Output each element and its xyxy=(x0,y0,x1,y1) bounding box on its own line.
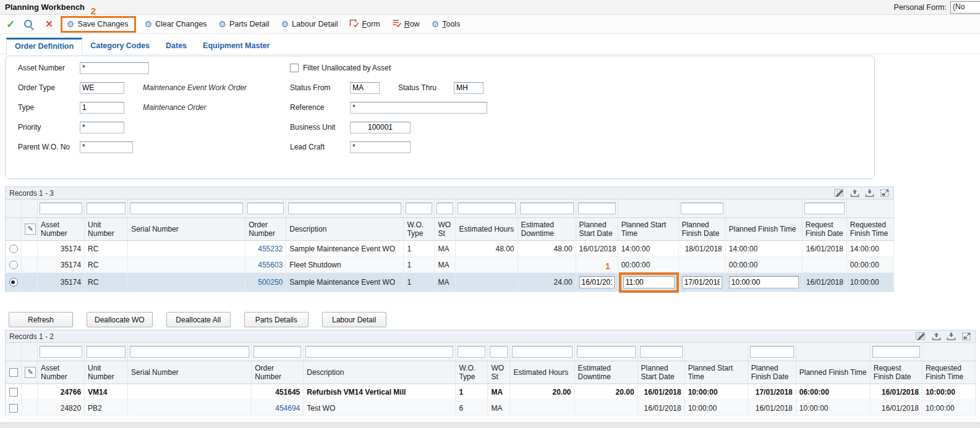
column-filter-input[interactable] xyxy=(437,203,453,214)
column-header[interactable]: Planned Finish Time xyxy=(725,218,802,241)
lead-craft-field[interactable] xyxy=(350,141,411,153)
column-header[interactable]: Request Finish Date xyxy=(870,361,922,384)
column-header[interactable]: Planned Start Time xyxy=(684,361,748,384)
row-menu-button[interactable]: Row xyxy=(392,19,420,30)
column-header[interactable]: W.O. Type xyxy=(404,218,435,241)
refresh-button[interactable]: Refresh xyxy=(9,312,73,327)
expand-grid-icon[interactable] xyxy=(961,332,971,341)
column-filter-input[interactable] xyxy=(247,203,284,214)
ok-check-icon[interactable]: ✓ xyxy=(6,18,15,31)
column-filter-input[interactable] xyxy=(40,203,82,214)
import-icon[interactable] xyxy=(947,332,956,341)
planned-start-date-input[interactable] xyxy=(579,276,615,288)
column-header[interactable]: Estimated Hours xyxy=(456,218,518,241)
row-select-checkbox[interactable] xyxy=(9,404,18,413)
cancel-x-icon[interactable]: ✕ xyxy=(45,19,53,30)
column-filter-input[interactable] xyxy=(872,346,920,358)
tab-order-definition[interactable]: Order Definition xyxy=(6,38,82,54)
status-thru-field[interactable] xyxy=(454,82,484,94)
save-changes-button[interactable]: 2 ⚙ Save Changes xyxy=(61,16,137,33)
column-filter-input[interactable] xyxy=(578,203,616,214)
column-header[interactable]: Planned Start Date xyxy=(576,218,618,241)
deallocate-wo-button[interactable]: Deallocate WO xyxy=(87,312,153,327)
column-header[interactable]: Estimated Downtime xyxy=(574,361,637,384)
select-all-checkbox[interactable] xyxy=(9,368,18,377)
import-icon[interactable] xyxy=(865,188,874,198)
column-header[interactable]: WO St xyxy=(435,218,456,241)
personal-form-select[interactable]: (No xyxy=(950,1,980,14)
column-header[interactable]: Order Number xyxy=(245,218,286,241)
column-header[interactable]: Planned Finish Date xyxy=(678,218,725,241)
column-header[interactable]: Asset Number xyxy=(38,361,85,384)
order-number-link[interactable]: 455232 xyxy=(258,245,283,253)
order-number-link[interactable]: 500250 xyxy=(258,278,283,287)
column-filter-input[interactable] xyxy=(577,346,636,358)
column-header[interactable]: Planned Finish Time xyxy=(796,361,870,384)
parent-wo-field[interactable] xyxy=(80,141,133,153)
column-header[interactable]: Description xyxy=(286,218,404,241)
column-filter-input[interactable] xyxy=(520,203,574,214)
deallocate-all-button[interactable]: Deallocate All xyxy=(166,312,231,327)
column-header[interactable]: Serial Number xyxy=(128,361,252,384)
column-filter-input[interactable] xyxy=(87,203,126,214)
column-header[interactable]: Planned Finish Date xyxy=(748,361,796,384)
form-menu-button[interactable]: Form xyxy=(349,19,380,30)
tab-equipment-master[interactable]: Equipment Master xyxy=(195,38,278,54)
priority-field[interactable] xyxy=(80,122,124,133)
column-header[interactable]: Asset Number xyxy=(38,218,85,241)
column-header[interactable]: W.O. Type xyxy=(456,361,488,384)
column-header[interactable]: Unit Number xyxy=(85,361,128,384)
column-filter-input[interactable] xyxy=(681,203,723,214)
order-number-link[interactable]: 454694 xyxy=(275,404,300,413)
tab-category-codes[interactable]: Category Codes xyxy=(82,38,158,54)
column-filter-input[interactable] xyxy=(458,203,515,214)
type-field[interactable] xyxy=(80,102,124,114)
row-select-checkbox[interactable] xyxy=(9,388,18,397)
order-number-link[interactable]: 455603 xyxy=(258,261,283,269)
column-filter-input[interactable] xyxy=(640,346,683,358)
column-filter-input[interactable] xyxy=(288,203,401,214)
planned-start-time-input[interactable] xyxy=(623,276,675,288)
parts-detail-button[interactable]: ⚙ Parts Detail xyxy=(218,20,269,28)
column-header[interactable]: WO St xyxy=(488,361,510,384)
status-from-field[interactable] xyxy=(350,82,380,94)
parts-details-button[interactable]: Parts Details xyxy=(244,312,309,327)
column-header[interactable]: Estimated Hours xyxy=(510,361,574,384)
row-select-radio[interactable] xyxy=(9,278,18,287)
planned-finish-date-input[interactable] xyxy=(682,276,722,288)
column-header[interactable]: Unit Number xyxy=(85,218,128,241)
customize-grid-icon[interactable] xyxy=(834,188,845,198)
labour-detail-button[interactable]: ⚙ Labour Detail xyxy=(281,20,338,28)
column-filter-input[interactable] xyxy=(458,346,485,358)
asset-number-field[interactable] xyxy=(80,62,149,74)
export-icon[interactable] xyxy=(932,332,941,341)
search-icon[interactable] xyxy=(24,19,34,29)
column-filter-input[interactable] xyxy=(490,346,508,358)
tools-menu-button[interactable]: ⚙ Tools xyxy=(432,20,461,28)
business-unit-field[interactable] xyxy=(350,122,411,133)
labour-detail-button-2[interactable]: Labour Detail xyxy=(322,312,386,327)
clear-changes-button[interactable]: ⚙ Clear Changes xyxy=(144,20,207,28)
tab-dates[interactable]: Dates xyxy=(158,38,195,54)
column-header[interactable]: Requested Finish Time xyxy=(922,361,975,384)
column-header[interactable]: Order Number xyxy=(252,361,304,384)
export-icon[interactable] xyxy=(850,188,859,198)
column-header[interactable]: Request Finish Date xyxy=(802,218,846,241)
column-filter-input[interactable] xyxy=(804,203,845,214)
column-header[interactable]: Requested Finish Time xyxy=(846,218,893,241)
column-header[interactable]: Planned Start Date xyxy=(637,361,684,384)
reference-field[interactable] xyxy=(350,102,487,114)
column-filter-input[interactable] xyxy=(750,346,794,358)
column-filter-input[interactable] xyxy=(406,203,432,214)
column-header[interactable]: Estimated Downtime xyxy=(518,218,576,241)
planned-finish-time-input[interactable] xyxy=(729,276,799,288)
column-header[interactable]: Planned Start Time xyxy=(618,218,678,241)
filter-unallocated-checkbox[interactable] xyxy=(290,64,299,72)
row-select-radio[interactable] xyxy=(9,261,18,269)
column-filter-input[interactable] xyxy=(512,346,572,358)
expand-grid-icon[interactable] xyxy=(880,188,890,198)
column-filter-input[interactable] xyxy=(40,346,82,358)
customize-grid-icon[interactable] xyxy=(916,332,926,341)
column-filter-input[interactable] xyxy=(87,346,126,358)
order-type-field[interactable] xyxy=(80,82,124,94)
